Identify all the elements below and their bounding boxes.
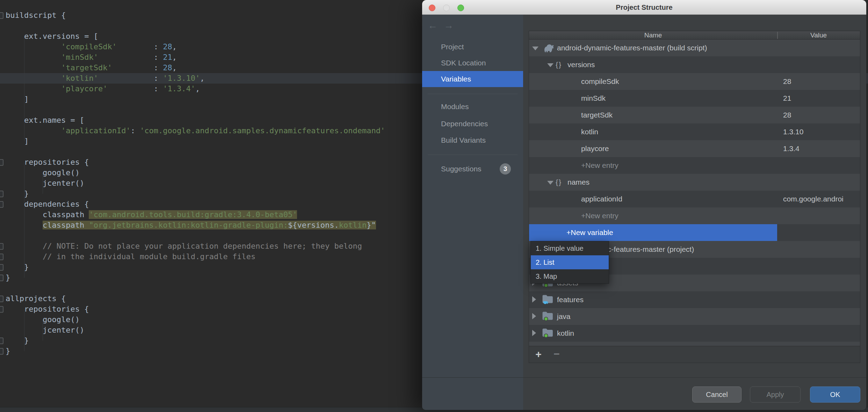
chevron-right-icon[interactable] [532,313,536,319]
code-line: } [6,335,385,346]
sidebar-item-project[interactable]: Project [422,39,523,55]
fold-marker-icon[interactable] [0,275,3,281]
gradle-elephant-icon [542,42,555,55]
apply-button[interactable]: Apply [750,386,801,403]
code-line: 'compileSdk' : 28, [6,42,385,52]
forward-arrow-icon[interactable]: → [444,20,460,31]
code-text: buildscript { ext.versions = [ 'compileS… [6,10,385,356]
sidebar-item-suggestions[interactable]: Suggestions3 [422,161,523,177]
cell-value[interactable]: com.google.androi [783,191,859,207]
cell-name: java [557,308,571,325]
code-line: } [6,346,385,356]
fold-marker-icon[interactable] [0,348,3,355]
dialog-titlebar[interactable]: Project Structure [422,0,866,15]
sidebar-item-sdk-location[interactable]: SDK Location [422,55,523,71]
table-row[interactable]: minSdk21 [529,90,860,107]
sidebar-item-label: SDK Location [441,59,486,67]
cell-name: targetSdk [581,107,613,123]
sidebar-separator [428,155,518,155]
code-line: // NOTE: Do not place your application d… [6,241,385,251]
table-toolbar: + − [529,346,860,363]
code-line: repositories { [6,304,385,314]
code-line: buildscript { [6,10,385,21]
cell-name: +New variable [566,224,613,241]
sidebar-item-build-variants[interactable]: Build Variants [422,132,523,148]
table-header: Name Value [529,31,860,40]
sidebar-item-label: Build Variants [441,136,486,144]
fold-marker-icon[interactable] [0,296,3,302]
cell-value[interactable]: 1.3.4 [783,140,859,157]
cell-name: compileSdk [581,73,619,90]
column-header-value[interactable]: Value [777,31,860,40]
table-row[interactable]: {}versions [529,56,860,73]
table-row[interactable]: android-dynamic-features-master (build s… [529,40,860,56]
chevron-right-icon[interactable] [532,296,536,303]
code-line [6,147,385,157]
code-line: allprojects { [6,293,385,304]
fold-marker-icon[interactable] [0,159,3,166]
code-line: 'targetSdk' : 28, [6,63,385,73]
cell-value[interactable]: 1.3.10 [783,123,859,140]
fold-marker-icon[interactable] [0,201,3,208]
fold-marker-icon[interactable] [0,12,3,19]
suggestions-count-badge: 3 [500,163,511,175]
table-row[interactable]: +New entry [529,207,860,224]
code-line: // in the individual module build.gradle… [6,251,385,262]
back-arrow-icon[interactable]: ← [428,20,444,31]
chevron-down-icon[interactable] [532,47,538,50]
column-divider[interactable] [777,32,778,39]
sidebar-item-dependencies[interactable]: Dependencies [422,116,523,132]
fold-marker-icon[interactable] [0,254,3,260]
table-row[interactable]: applicationIdcom.google.androi [529,191,860,207]
ok-button[interactable]: OK [810,386,860,403]
sidebar-item-modules[interactable]: Modules [422,99,523,115]
sidebar-item-variables[interactable]: Variables [422,71,523,87]
table-row[interactable]: kotlin [529,325,860,342]
cell-name: playcore [581,140,609,157]
code-line: classpath 'com.android.tools.build:gradl… [6,209,385,220]
add-variable-button[interactable]: + [533,346,544,363]
cell-name: kotlin [581,123,598,140]
fold-marker-icon[interactable] [0,191,3,197]
remove-variable-button[interactable]: − [551,346,562,363]
table-row[interactable]: java [529,308,860,325]
code-line: ext.names = [ [6,115,385,126]
cell-name: applicationId [581,191,622,207]
fold-marker-icon[interactable] [0,243,3,250]
table-row[interactable]: {}names [529,174,860,191]
fold-marker-icon[interactable] [0,264,3,271]
cell-name: features [557,291,584,308]
code-line: 'applicationId': 'com.google.android.sam… [6,126,385,136]
chevron-down-icon[interactable] [547,181,554,185]
fold-marker-icon[interactable] [0,306,3,313]
table-row[interactable]: compileSdk28 [529,73,860,90]
table-row[interactable]: +New entry [529,157,860,174]
column-header-name[interactable]: Name [529,31,777,40]
chevron-right-icon[interactable] [532,330,536,336]
dropdown-item-map[interactable]: 3. Map [531,269,609,283]
code-line: 'minSdk' : 21, [6,52,385,63]
sidebar-item-label: Modules [441,102,469,111]
chevron-down-icon[interactable] [547,63,554,67]
dropdown-item-list[interactable]: 2. List [531,255,609,269]
new-variable-type-dropdown: 1. Simple value2. List3. Map [530,241,609,284]
cell-name: minSdk [581,90,606,107]
code-line: jcenter() [6,325,385,335]
table-row[interactable]: kotlin1.3.10 [529,123,860,140]
cancel-button[interactable]: Cancel [692,386,742,403]
table-row[interactable]: targetSdk28 [529,107,860,123]
code-line: google() [6,168,385,178]
table-row[interactable]: playcore1.3.4 [529,140,860,157]
cell-value[interactable]: 28 [783,73,859,90]
code-line: dependencies { [6,199,385,209]
code-line: repositories { [6,157,385,168]
folder-green-icon [542,327,554,339]
dialog-sidebar: ←→ ProjectSDK LocationVariablesModulesDe… [422,15,523,410]
cell-value[interactable]: 21 [783,90,859,107]
table-row[interactable]: features [529,291,860,308]
fold-marker-icon[interactable] [0,338,3,344]
table-row[interactable]: +New variable [529,224,860,241]
sidebar-item-label: Dependencies [441,120,488,128]
dropdown-item-simple-value[interactable]: 1. Simple value [531,241,609,255]
cell-value[interactable]: 28 [783,107,859,123]
